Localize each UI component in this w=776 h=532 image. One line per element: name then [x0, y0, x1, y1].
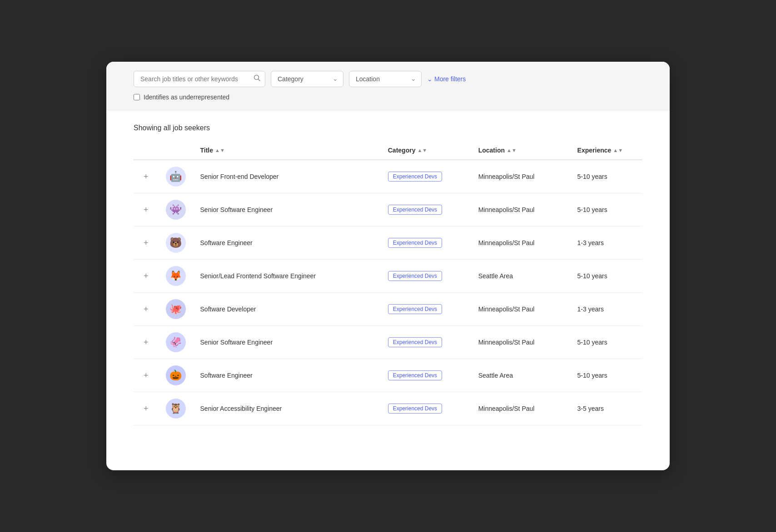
location-cell: Seattle Area	[471, 359, 570, 392]
job-title: Senior Software Engineer	[200, 206, 273, 213]
avatar-cell: 🎃	[159, 359, 193, 392]
category-badge: Experienced Devs	[388, 205, 442, 215]
more-filters-button[interactable]: More filters	[427, 75, 466, 83]
location-cell: Seattle Area	[471, 260, 570, 293]
sort-icon-experience: ▲▼	[613, 148, 623, 153]
experience-cell: 5-10 years	[570, 160, 642, 193]
expand-cell: +	[134, 392, 159, 425]
avatar-cell: 🤖	[159, 160, 193, 193]
underrepresented-checkbox[interactable]	[134, 94, 140, 100]
job-title: Software Engineer	[200, 239, 253, 246]
avatar: 🐙	[166, 299, 186, 319]
location-cell: Minneapolis/St Paul	[471, 160, 570, 193]
expand-cell: +	[134, 293, 159, 326]
table-row: + 🦑 Senior Software Engineer Experienced…	[134, 326, 642, 359]
location-value: Minneapolis/St Paul	[478, 173, 535, 180]
table-row: + 🦊 Senior/Lead Frontend Software Engine…	[134, 260, 642, 293]
col-experience-label: Experience	[577, 147, 612, 154]
col-category-label: Category	[388, 147, 416, 154]
expand-button[interactable]: +	[141, 305, 151, 313]
category-cell: Experienced Devs	[381, 359, 471, 392]
expand-button[interactable]: +	[141, 272, 151, 280]
main-window: Category Location More filters Identifie…	[106, 62, 670, 470]
expand-cell: +	[134, 160, 159, 193]
search-icon	[254, 74, 261, 82]
experience-cell: 5-10 years	[570, 326, 642, 359]
col-title-label: Title	[200, 147, 214, 154]
avatar-cell: 🦊	[159, 260, 193, 293]
avatar-cell: 🦉	[159, 392, 193, 425]
category-badge: Experienced Devs	[388, 337, 442, 347]
title-cell: Senior Software Engineer	[193, 193, 381, 227]
title-cell: Senior Accessibility Engineer	[193, 392, 381, 425]
avatar-cell: 🐙	[159, 293, 193, 326]
title-cell: Senior Software Engineer	[193, 326, 381, 359]
avatar: 🦉	[166, 399, 186, 419]
category-select[interactable]: Category	[271, 71, 343, 87]
expand-button[interactable]: +	[141, 371, 151, 379]
search-button[interactable]	[254, 74, 261, 84]
experience-value: 5-10 years	[577, 339, 607, 346]
location-value: Minneapolis/St Paul	[478, 405, 535, 412]
avatar: 🎃	[166, 365, 186, 385]
avatar: 👾	[166, 200, 186, 220]
col-header-plus	[134, 141, 159, 160]
col-header-avatar	[159, 141, 193, 160]
category-badge: Experienced Devs	[388, 404, 442, 414]
showing-label: Showing all job seekers	[134, 124, 642, 132]
sort-icon-category: ▲▼	[417, 148, 427, 153]
category-cell: Experienced Devs	[381, 160, 471, 193]
experience-value: 1-3 years	[577, 239, 604, 246]
experience-value: 5-10 years	[577, 173, 607, 180]
experience-cell: 3-5 years	[570, 392, 642, 425]
col-header-category[interactable]: Category ▲▼	[381, 141, 471, 160]
category-badge: Experienced Devs	[388, 304, 442, 314]
job-title: Senior/Lead Frontend Software Engineer	[200, 272, 316, 280]
col-header-location[interactable]: Location ▲▼	[471, 141, 570, 160]
col-location-label: Location	[478, 147, 505, 154]
expand-button[interactable]: +	[141, 172, 151, 181]
location-cell: Minneapolis/St Paul	[471, 293, 570, 326]
category-cell: Experienced Devs	[381, 326, 471, 359]
location-cell: Minneapolis/St Paul	[471, 227, 570, 260]
experience-cell: 1-3 years	[570, 227, 642, 260]
location-value: Minneapolis/St Paul	[478, 239, 535, 246]
category-select-wrapper: Category	[271, 71, 343, 87]
category-badge: Experienced Devs	[388, 172, 442, 182]
category-badge: Experienced Devs	[388, 271, 442, 281]
experience-cell: 5-10 years	[570, 359, 642, 392]
filter-bar: Category Location More filters Identifie…	[106, 62, 670, 110]
category-badge: Experienced Devs	[388, 238, 442, 248]
job-title: Senior Front-end Developer	[200, 173, 279, 180]
table-body: + 🤖 Senior Front-end Developer Experienc…	[134, 160, 642, 425]
table-header: Title ▲▼ Category ▲▼ Location ▲▼	[134, 141, 642, 160]
job-title: Senior Accessibility Engineer	[200, 405, 282, 412]
col-header-experience[interactable]: Experience ▲▼	[570, 141, 642, 160]
expand-cell: +	[134, 227, 159, 260]
expand-button[interactable]: +	[141, 404, 151, 413]
table-row: + 👾 Senior Software Engineer Experienced…	[134, 193, 642, 227]
title-cell: Senior Front-end Developer	[193, 160, 381, 193]
expand-cell: +	[134, 359, 159, 392]
location-select[interactable]: Location	[349, 71, 422, 87]
job-title: Software Engineer	[200, 372, 253, 379]
category-cell: Experienced Devs	[381, 392, 471, 425]
expand-button[interactable]: +	[141, 239, 151, 247]
job-title: Senior Software Engineer	[200, 339, 273, 346]
sort-icon-location: ▲▼	[507, 148, 517, 153]
search-input[interactable]	[134, 71, 265, 87]
expand-cell: +	[134, 326, 159, 359]
title-cell: Software Engineer	[193, 227, 381, 260]
experience-value: 5-10 years	[577, 272, 607, 280]
sort-icon-title: ▲▼	[215, 148, 225, 153]
location-cell: Minneapolis/St Paul	[471, 392, 570, 425]
expand-button[interactable]: +	[141, 338, 151, 346]
location-value: Minneapolis/St Paul	[478, 305, 535, 313]
col-header-title[interactable]: Title ▲▼	[193, 141, 381, 160]
avatar-cell: 👾	[159, 193, 193, 227]
location-select-wrapper: Location	[349, 71, 422, 87]
expand-cell: +	[134, 193, 159, 227]
expand-button[interactable]: +	[141, 206, 151, 214]
experience-cell: 5-10 years	[570, 193, 642, 227]
location-cell: Minneapolis/St Paul	[471, 193, 570, 227]
